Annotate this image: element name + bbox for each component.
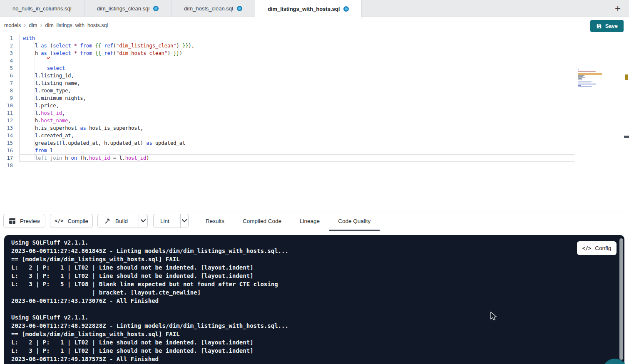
terminal-lines: Using SQLFluff v2.1.1.2023-06-06T11:27:4… [11, 238, 624, 363]
line-content: l.host_id, [19, 109, 65, 117]
config-button-label: Config [595, 245, 611, 251]
line-number: 3 [0, 50, 19, 57]
scroll-cursor-marker [624, 136, 629, 138]
terminal-line: 2023-06-06T11:27:48.922828Z - Linting mo… [11, 322, 624, 330]
save-button[interactable]: Save [590, 20, 624, 32]
terminal-line [11, 305, 624, 313]
terminal-line: L: 3 | P: 5 | LT08 | Blank line expected… [11, 280, 624, 288]
minimap[interactable] [578, 69, 602, 88]
minimap-line [578, 71, 596, 72]
preview-table-icon [9, 218, 16, 225]
breadcrumb-separator-icon: › [40, 22, 42, 28]
breadcrumb-item[interactable]: models [4, 22, 21, 28]
line-content: select [19, 64, 65, 72]
code-line: 7 l.listing_name, [0, 79, 577, 87]
line-number: 14 [0, 132, 19, 139]
editor-tab[interactable]: no_nulls_in_columns.sql [0, 0, 85, 17]
code-line: 5 select [0, 64, 577, 72]
result-panel-tabs: ResultsCompiled CodeLineageCode Quality [196, 211, 380, 231]
line-content: l.minimum_nights, [19, 94, 86, 102]
line-number: 10 [0, 102, 19, 109]
terminal-output-panel[interactable]: Using SQLFluff v2.1.1.2023-06-06T11:27:4… [4, 235, 624, 364]
hammer-icon [104, 218, 111, 224]
minimap-line [578, 70, 597, 71]
editor-tab[interactable]: dim_listings_clean.sql [85, 0, 172, 17]
lint-button[interactable]: Lint [154, 214, 176, 228]
breadcrumb-item[interactable]: dim_listings_with_hosts.sql [45, 22, 108, 28]
code-lines: 1with2 l as (select * from {{ ref("dim_l… [0, 35, 577, 169]
code-editor[interactable]: 1with2 l as (select * from {{ ref("dim_l… [0, 33, 629, 211]
line-number: 4 [0, 57, 19, 64]
minimap-line [578, 76, 583, 77]
config-button[interactable]: </> Config [577, 241, 617, 255]
line-content: left join h on (h.host_id = l.host_id) [19, 154, 149, 162]
line-content: greatest(l.updated_at, h.updated_at) as … [19, 139, 185, 147]
minimap-line [578, 69, 579, 69]
code-line: 13 h.is_superhost as host_is_superhost, [0, 124, 577, 132]
code-line: 2 l as (select * from {{ ref("dim_listin… [0, 42, 577, 50]
line-content: l.price, [19, 102, 59, 109]
terminal-line: L: 3 | P: 1 | LT02 | Line should not be … [11, 347, 624, 355]
compile-button-label: Compile [68, 218, 89, 224]
minimap-line [578, 77, 585, 78]
build-split-button: Build [97, 214, 148, 228]
panel-tab-code-quality[interactable]: Code Quality [329, 211, 380, 231]
code-line: 17 left join h on (h.host_id = l.host_id… [0, 154, 577, 162]
line-number: 16 [0, 147, 19, 154]
line-content: l.listing_name, [19, 79, 80, 87]
code-line: 3 h as (select * from {{ ref("dim_hosts_… [0, 50, 577, 57]
file-tab-bar: no_nulls_in_columns.sqldim_listings_clea… [0, 0, 629, 17]
editor-tab[interactable]: dim_hosts_clean.sql [172, 0, 255, 17]
breadcrumb-separator-icon: › [24, 22, 26, 28]
lint-dropdown-button[interactable] [180, 214, 188, 228]
unsaved-changes-icon [343, 6, 349, 12]
minimap-line [578, 84, 596, 84]
terminal-line: L: 2 | P: 1 | LT02 | Line should not be … [11, 263, 624, 272]
line-number: 7 [0, 79, 19, 87]
compile-button[interactable]: </> Compile [50, 214, 93, 228]
unsaved-changes-icon [237, 6, 242, 11]
code-line: 8 l.room_type, [0, 87, 577, 94]
breadcrumb-item[interactable]: dim [29, 22, 37, 28]
ide-window: no_nulls_in_columns.sqldim_listings_clea… [0, 0, 629, 364]
terminal-scrollbar-thumb[interactable] [619, 238, 623, 360]
save-floppy-icon [596, 23, 602, 29]
line-content: l as (select * from {{ ref("dim_listings… [19, 42, 194, 50]
line-number: 8 [0, 87, 19, 94]
save-button-label: Save [605, 23, 618, 29]
code-brackets-icon: </> [55, 218, 64, 224]
terminal-line: 2023-06-06T11:27:43.173076Z - All Finish… [11, 297, 624, 305]
panel-tab-results[interactable]: Results [196, 211, 234, 231]
tab-label: dim_listings_clean.sql [97, 5, 149, 12]
preview-button[interactable]: Preview [3, 214, 45, 228]
build-dropdown-button[interactable] [139, 214, 147, 228]
minimap-line [578, 75, 584, 76]
tab-label: dim_hosts_clean.sql [184, 5, 233, 12]
editor-action-bar: Preview </> Compile Build Lint [0, 211, 629, 231]
line-content: h.host_name, [19, 117, 71, 124]
editor-tab[interactable]: dim_listings_with_hosts.sql [255, 0, 362, 17]
code-line: 14 l.created_at, [0, 132, 577, 139]
panel-tab-compiled-code[interactable]: Compiled Code [234, 211, 291, 231]
new-tab-button[interactable]: + [612, 2, 623, 14]
minimap-line [578, 78, 582, 79]
line-number: 12 [0, 117, 19, 124]
terminal-line: 2023-06-06T11:27:42.861845Z - Linting mo… [11, 247, 624, 255]
line-content: h as (select * from {{ ref("dim_hosts_cl… [19, 50, 182, 57]
panel-tab-lineage[interactable]: Lineage [291, 211, 329, 231]
code-line: 18 [0, 162, 577, 169]
tab-strip: no_nulls_in_columns.sqldim_listings_clea… [0, 0, 362, 17]
lint-split-button: Lint [153, 214, 189, 228]
code-brackets-icon: </> [582, 245, 592, 251]
preview-button-label: Preview [20, 218, 40, 224]
code-line: 12 h.host_name, [0, 117, 577, 124]
minimap-line [578, 82, 592, 82]
build-button-label: Build [115, 218, 128, 224]
build-button[interactable]: Build [98, 214, 134, 228]
minimap-line [578, 81, 583, 82]
line-number: 11 [0, 109, 19, 117]
line-number: 5 [0, 64, 19, 72]
line-number: 1 [0, 35, 19, 42]
terminal-line: == [models/dim/dim_listings_with_hosts.s… [11, 330, 624, 338]
terminal-line: Using SQLFluff v2.1.1. [11, 238, 624, 247]
